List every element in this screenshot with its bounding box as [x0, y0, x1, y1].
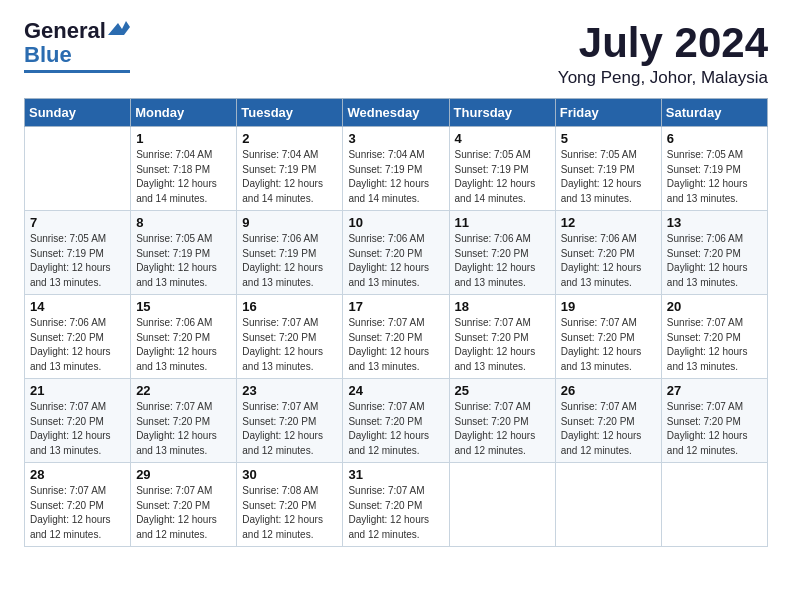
day-number: 21: [30, 383, 125, 398]
table-row: 23Sunrise: 7:07 AMSunset: 7:20 PMDayligh…: [237, 379, 343, 463]
day-number: 10: [348, 215, 443, 230]
day-number: 23: [242, 383, 337, 398]
calendar-week-row: 7Sunrise: 7:05 AMSunset: 7:19 PMDaylight…: [25, 211, 768, 295]
logo-underline: [24, 70, 130, 73]
table-row: 22Sunrise: 7:07 AMSunset: 7:20 PMDayligh…: [131, 379, 237, 463]
day-info: Sunrise: 7:07 AMSunset: 7:20 PMDaylight:…: [242, 316, 337, 374]
location: Yong Peng, Johor, Malaysia: [558, 68, 768, 88]
day-info: Sunrise: 7:06 AMSunset: 7:20 PMDaylight:…: [455, 232, 550, 290]
table-row: [25, 127, 131, 211]
day-number: 1: [136, 131, 231, 146]
day-number: 11: [455, 215, 550, 230]
svg-marker-0: [108, 21, 130, 35]
table-row: 1Sunrise: 7:04 AMSunset: 7:18 PMDaylight…: [131, 127, 237, 211]
day-info: Sunrise: 7:07 AMSunset: 7:20 PMDaylight:…: [561, 316, 656, 374]
day-info: Sunrise: 7:04 AMSunset: 7:19 PMDaylight:…: [242, 148, 337, 206]
table-row: 25Sunrise: 7:07 AMSunset: 7:20 PMDayligh…: [449, 379, 555, 463]
day-number: 15: [136, 299, 231, 314]
day-number: 19: [561, 299, 656, 314]
table-row: 3Sunrise: 7:04 AMSunset: 7:19 PMDaylight…: [343, 127, 449, 211]
calendar-week-row: 21Sunrise: 7:07 AMSunset: 7:20 PMDayligh…: [25, 379, 768, 463]
table-row: 10Sunrise: 7:06 AMSunset: 7:20 PMDayligh…: [343, 211, 449, 295]
table-row: 9Sunrise: 7:06 AMSunset: 7:19 PMDaylight…: [237, 211, 343, 295]
day-number: 28: [30, 467, 125, 482]
day-info: Sunrise: 7:07 AMSunset: 7:20 PMDaylight:…: [30, 400, 125, 458]
logo-bird-icon: [108, 21, 130, 37]
day-number: 16: [242, 299, 337, 314]
day-number: 22: [136, 383, 231, 398]
table-row: 20Sunrise: 7:07 AMSunset: 7:20 PMDayligh…: [661, 295, 767, 379]
table-row: 6Sunrise: 7:05 AMSunset: 7:19 PMDaylight…: [661, 127, 767, 211]
day-number: 27: [667, 383, 762, 398]
table-row: 18Sunrise: 7:07 AMSunset: 7:20 PMDayligh…: [449, 295, 555, 379]
day-number: 2: [242, 131, 337, 146]
day-number: 30: [242, 467, 337, 482]
table-row: 30Sunrise: 7:08 AMSunset: 7:20 PMDayligh…: [237, 463, 343, 547]
day-info: Sunrise: 7:07 AMSunset: 7:20 PMDaylight:…: [136, 484, 231, 542]
table-row: 19Sunrise: 7:07 AMSunset: 7:20 PMDayligh…: [555, 295, 661, 379]
day-number: 17: [348, 299, 443, 314]
logo-text: General: [24, 20, 106, 42]
table-row: [661, 463, 767, 547]
day-info: Sunrise: 7:05 AMSunset: 7:19 PMDaylight:…: [136, 232, 231, 290]
day-info: Sunrise: 7:04 AMSunset: 7:19 PMDaylight:…: [348, 148, 443, 206]
day-info: Sunrise: 7:05 AMSunset: 7:19 PMDaylight:…: [667, 148, 762, 206]
page-header: General Blue July 2024 Yong Peng, Johor,…: [24, 20, 768, 88]
day-number: 29: [136, 467, 231, 482]
table-row: 8Sunrise: 7:05 AMSunset: 7:19 PMDaylight…: [131, 211, 237, 295]
title-block: July 2024 Yong Peng, Johor, Malaysia: [558, 20, 768, 88]
col-thursday: Thursday: [449, 99, 555, 127]
table-row: 14Sunrise: 7:06 AMSunset: 7:20 PMDayligh…: [25, 295, 131, 379]
day-info: Sunrise: 7:07 AMSunset: 7:20 PMDaylight:…: [348, 400, 443, 458]
day-info: Sunrise: 7:07 AMSunset: 7:20 PMDaylight:…: [667, 400, 762, 458]
day-number: 4: [455, 131, 550, 146]
table-row: 28Sunrise: 7:07 AMSunset: 7:20 PMDayligh…: [25, 463, 131, 547]
day-number: 6: [667, 131, 762, 146]
table-row: 4Sunrise: 7:05 AMSunset: 7:19 PMDaylight…: [449, 127, 555, 211]
table-row: 29Sunrise: 7:07 AMSunset: 7:20 PMDayligh…: [131, 463, 237, 547]
day-info: Sunrise: 7:08 AMSunset: 7:20 PMDaylight:…: [242, 484, 337, 542]
col-sunday: Sunday: [25, 99, 131, 127]
table-row: 17Sunrise: 7:07 AMSunset: 7:20 PMDayligh…: [343, 295, 449, 379]
table-row: 13Sunrise: 7:06 AMSunset: 7:20 PMDayligh…: [661, 211, 767, 295]
day-number: 14: [30, 299, 125, 314]
col-friday: Friday: [555, 99, 661, 127]
table-row: 24Sunrise: 7:07 AMSunset: 7:20 PMDayligh…: [343, 379, 449, 463]
day-number: 3: [348, 131, 443, 146]
day-info: Sunrise: 7:06 AMSunset: 7:20 PMDaylight:…: [667, 232, 762, 290]
table-row: 31Sunrise: 7:07 AMSunset: 7:20 PMDayligh…: [343, 463, 449, 547]
day-number: 26: [561, 383, 656, 398]
calendar-table: Sunday Monday Tuesday Wednesday Thursday…: [24, 98, 768, 547]
table-row: 5Sunrise: 7:05 AMSunset: 7:19 PMDaylight…: [555, 127, 661, 211]
day-info: Sunrise: 7:07 AMSunset: 7:20 PMDaylight:…: [136, 400, 231, 458]
table-row: 26Sunrise: 7:07 AMSunset: 7:20 PMDayligh…: [555, 379, 661, 463]
table-row: 2Sunrise: 7:04 AMSunset: 7:19 PMDaylight…: [237, 127, 343, 211]
table-row: [449, 463, 555, 547]
table-row: 21Sunrise: 7:07 AMSunset: 7:20 PMDayligh…: [25, 379, 131, 463]
day-info: Sunrise: 7:07 AMSunset: 7:20 PMDaylight:…: [455, 400, 550, 458]
col-saturday: Saturday: [661, 99, 767, 127]
logo-general: General: [24, 18, 106, 43]
calendar-header-row: Sunday Monday Tuesday Wednesday Thursday…: [25, 99, 768, 127]
day-info: Sunrise: 7:06 AMSunset: 7:20 PMDaylight:…: [30, 316, 125, 374]
day-info: Sunrise: 7:07 AMSunset: 7:20 PMDaylight:…: [242, 400, 337, 458]
calendar-week-row: 28Sunrise: 7:07 AMSunset: 7:20 PMDayligh…: [25, 463, 768, 547]
col-monday: Monday: [131, 99, 237, 127]
day-info: Sunrise: 7:05 AMSunset: 7:19 PMDaylight:…: [561, 148, 656, 206]
day-number: 25: [455, 383, 550, 398]
month-title: July 2024: [558, 20, 768, 66]
day-info: Sunrise: 7:06 AMSunset: 7:19 PMDaylight:…: [242, 232, 337, 290]
table-row: 15Sunrise: 7:06 AMSunset: 7:20 PMDayligh…: [131, 295, 237, 379]
day-number: 8: [136, 215, 231, 230]
table-row: 12Sunrise: 7:06 AMSunset: 7:20 PMDayligh…: [555, 211, 661, 295]
table-row: 16Sunrise: 7:07 AMSunset: 7:20 PMDayligh…: [237, 295, 343, 379]
day-info: Sunrise: 7:05 AMSunset: 7:19 PMDaylight:…: [30, 232, 125, 290]
day-number: 7: [30, 215, 125, 230]
day-number: 13: [667, 215, 762, 230]
table-row: [555, 463, 661, 547]
day-number: 9: [242, 215, 337, 230]
day-number: 24: [348, 383, 443, 398]
table-row: 11Sunrise: 7:06 AMSunset: 7:20 PMDayligh…: [449, 211, 555, 295]
table-row: 7Sunrise: 7:05 AMSunset: 7:19 PMDaylight…: [25, 211, 131, 295]
day-info: Sunrise: 7:07 AMSunset: 7:20 PMDaylight:…: [561, 400, 656, 458]
